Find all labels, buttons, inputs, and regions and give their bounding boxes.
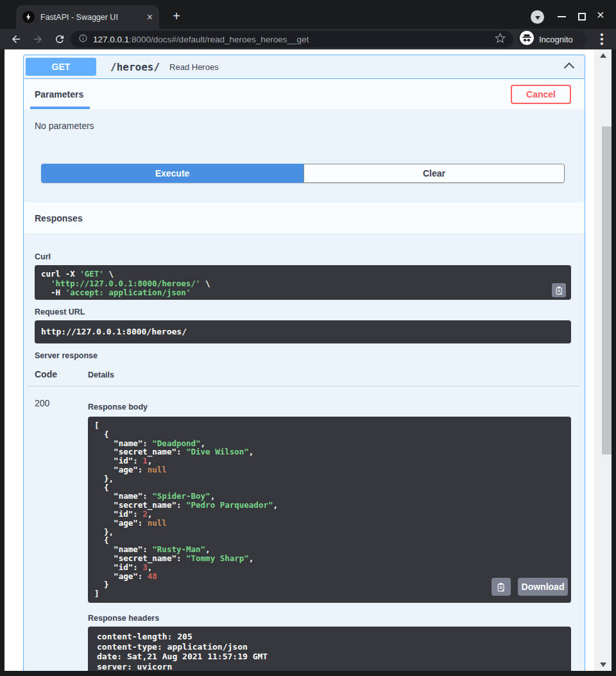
server-response-label: Server response <box>35 351 571 360</box>
response-body-json: [ { "name": "Deadpond", "secret_name": "… <box>88 417 571 603</box>
tab-search-icon[interactable] <box>531 10 544 24</box>
clear-button[interactable]: Clear <box>304 164 565 183</box>
scrollbar-up-arrow-icon[interactable] <box>600 53 606 58</box>
operation-header[interactable]: GET /heroes/ Read Heroes <box>24 55 585 79</box>
operation-block-get-heroes: GET /heroes/ Read Heroes Parameters Canc… <box>23 55 585 671</box>
curl-label: Curl <box>35 234 571 261</box>
back-icon[interactable] <box>10 33 22 45</box>
curl-copy-button[interactable] <box>552 283 566 297</box>
bookmark-star-icon[interactable] <box>495 33 506 46</box>
window-minimize-button[interactable] <box>558 16 566 17</box>
execute-row: Execute Clear <box>41 164 565 183</box>
parameters-title: Parameters <box>35 89 83 100</box>
url-host: 127.0.0.1 <box>93 35 129 44</box>
response-body-label: Response body <box>88 403 571 412</box>
new-tab-button[interactable]: + <box>169 9 184 24</box>
url-bar[interactable]: 127.0.0.1:8000/docs#/default/read_heroes… <box>71 31 513 48</box>
page-scrollbar[interactable] <box>594 49 612 671</box>
window-maximize-button[interactable] <box>578 13 586 21</box>
request-url-label: Request URL <box>35 308 571 316</box>
info-icon[interactable] <box>78 33 88 46</box>
fastapi-favicon-icon <box>22 11 35 23</box>
no-parameters-text: No parameters <box>24 109 585 131</box>
execute-button[interactable]: Execute <box>41 164 304 183</box>
browser-window: FastAPI - Swagger UI × + × 127.0.0.1:800… <box>0 0 616 676</box>
swagger-page: GET /heroes/ Read Heroes Parameters Canc… <box>4 49 612 671</box>
reload-icon[interactable] <box>54 33 65 45</box>
menu-kebab-icon[interactable]: ••• <box>596 32 608 46</box>
scrollbar-thumb[interactable] <box>602 126 612 455</box>
response-headers-values: content-length: 205 content-type: applic… <box>88 627 571 671</box>
curl-command: curl -X 'GET' \ 'http://127.0.0.1:8000/h… <box>35 265 571 300</box>
incognito-icon <box>519 30 535 48</box>
forward-icon[interactable] <box>32 33 44 45</box>
response-table-header: Code Details <box>35 369 571 379</box>
url-text: 127.0.0.1:8000/docs#/default/read_heroes… <box>93 35 495 44</box>
responses-title: Responses <box>35 213 83 223</box>
details-column-header: Details <box>88 370 114 379</box>
response-body-actions: Download <box>492 578 568 596</box>
tab-title: FastAPI - Swagger UI <box>40 13 143 22</box>
collapse-chevron-up-icon[interactable] <box>563 60 576 73</box>
response-headers-label: Response headers <box>88 614 571 623</box>
tab-close-icon[interactable]: × <box>147 12 153 22</box>
browser-titlebar: FastAPI - Swagger UI × + × <box>0 0 616 29</box>
operation-summary: Read Heroes <box>169 62 219 72</box>
browser-tab[interactable]: FastAPI - Swagger UI × <box>16 5 159 29</box>
incognito-label: Incognito <box>539 35 573 44</box>
code-column-header: Code <box>35 369 88 379</box>
parameters-body: No parameters Execute Clear <box>24 109 585 202</box>
request-url-value: http://127.0.0.1:8000/heroes/ <box>35 320 571 343</box>
responses-section-header: Responses <box>24 202 585 234</box>
url-path: :8000/docs#/default/read_heroes_heroes__… <box>129 35 309 44</box>
incognito-badge: Incognito <box>517 30 586 48</box>
window-close-button[interactable]: × <box>597 8 604 21</box>
response-row-200: 200 Response body [ { "name": "Deadpond"… <box>35 398 571 671</box>
download-button[interactable]: Download <box>518 578 568 596</box>
response-copy-button[interactable] <box>492 578 511 596</box>
scrollbar-down-arrow-icon[interactable] <box>600 663 606 667</box>
responses-body: Curl curl -X 'GET' \ 'http://127.0.0.1:8… <box>24 234 585 671</box>
method-badge: GET <box>26 58 96 76</box>
browser-toolbar: 127.0.0.1:8000/docs#/default/read_heroes… <box>0 29 616 49</box>
parameters-section-header: Parameters Cancel <box>24 79 585 109</box>
status-code: 200 <box>35 398 88 671</box>
table-divider <box>27 386 579 386</box>
cancel-button[interactable]: Cancel <box>511 85 571 104</box>
operation-path: /heroes/ <box>110 61 160 73</box>
